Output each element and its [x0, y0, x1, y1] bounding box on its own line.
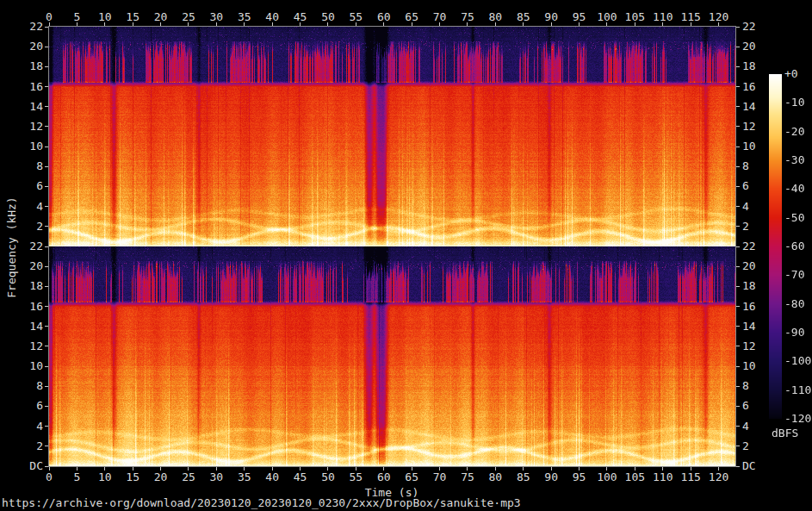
x-tick-label: 65 — [405, 471, 418, 483]
y-tick-label: 4 — [742, 421, 749, 433]
y-tick-label: 4 — [17, 421, 43, 433]
source-url-caption: https://archive·org/download/20230120_20… — [2, 497, 521, 509]
x-tick-label: 120 — [709, 11, 728, 23]
y-tick-label: 6 — [17, 400, 43, 412]
spectrogram-viewer: Frequency (kHz) 051015202530354045505560… — [0, 0, 812, 511]
x-tick-label: 30 — [210, 11, 224, 23]
y-tick-label: 14 — [17, 321, 43, 333]
y-tick-label: 22 — [17, 240, 43, 252]
y-tick-label: 8 — [17, 160, 43, 172]
y-tick — [736, 206, 740, 207]
x-tick-label: 15 — [126, 471, 139, 483]
x-tick-label: 95 — [573, 11, 586, 23]
x-tick-label: 60 — [377, 471, 391, 483]
y-tick — [45, 366, 48, 367]
y-tick-label: 2 — [742, 221, 749, 233]
y-tick-label: 12 — [17, 340, 43, 352]
y-tick — [736, 226, 740, 227]
colorbar-tick-label: -80 — [784, 298, 804, 310]
colorbar-tick-label: -90 — [784, 327, 804, 339]
y-tick-label: 18 — [742, 280, 756, 292]
y-tick — [736, 326, 740, 327]
y-tick — [736, 466, 740, 467]
y-tick-label: DC — [742, 460, 756, 472]
spectrogram-plot-area — [48, 26, 736, 467]
y-tick — [45, 86, 48, 87]
y-tick — [45, 406, 48, 407]
y-tick — [45, 106, 48, 107]
y-tick-label: 4 — [742, 201, 749, 213]
colorbar-tick-label: -50 — [784, 212, 804, 224]
y-tick — [45, 226, 48, 227]
y-tick-label: 16 — [17, 301, 43, 313]
y-tick-label: 6 — [742, 180, 749, 192]
x-tick-label: 120 — [709, 471, 728, 483]
y-tick-label: 16 — [742, 81, 756, 93]
y-tick — [45, 426, 48, 427]
y-tick-label: 22 — [17, 21, 43, 33]
y-tick — [45, 126, 48, 127]
x-tick-label: 5 — [73, 471, 80, 483]
y-tick — [736, 406, 740, 407]
x-tick-label: 45 — [294, 11, 307, 23]
y-tick — [736, 106, 740, 107]
y-tick — [736, 366, 740, 367]
colorbar-tick-label: -120 — [784, 413, 811, 425]
y-tick-label: 14 — [742, 101, 756, 113]
y-tick — [45, 446, 48, 446]
y-tick-label: 2 — [742, 440, 749, 452]
y-tick-label: 16 — [742, 301, 756, 313]
y-tick — [736, 47, 740, 47]
x-tick-label: 110 — [653, 11, 673, 23]
x-tick-label: 70 — [433, 11, 447, 23]
y-tick — [45, 27, 48, 28]
x-tick-label: 55 — [350, 11, 363, 23]
y-tick-label: 4 — [17, 201, 43, 213]
y-tick — [736, 186, 740, 187]
y-tick — [736, 386, 740, 387]
colorbar-tick-label: -20 — [784, 126, 804, 138]
y-tick — [736, 126, 740, 127]
y-tick — [45, 306, 48, 307]
spectrogram-channel-2 — [49, 246, 735, 466]
x-tick-label: 15 — [126, 11, 139, 23]
y-tick — [45, 386, 48, 387]
x-tick-label: 40 — [265, 11, 279, 23]
x-tick-label: 80 — [489, 471, 503, 483]
x-tick-label: 50 — [321, 11, 335, 23]
y-tick — [45, 326, 48, 327]
y-tick-label: 10 — [742, 140, 756, 153]
y-tick-label: 18 — [17, 60, 43, 72]
x-tick-label: 0 — [46, 471, 53, 483]
colorbar-tick-label: -110 — [784, 384, 811, 396]
y-tick — [45, 266, 48, 267]
x-tick-label: 25 — [182, 471, 195, 483]
x-tick-label: 75 — [461, 11, 474, 23]
x-tick-label: 55 — [350, 471, 363, 483]
colorbar-tick-label: -70 — [784, 269, 804, 281]
y-tick-label: 10 — [742, 360, 756, 372]
y-tick-label: 12 — [742, 340, 756, 352]
x-tick-label: 50 — [321, 471, 335, 483]
y-tick — [736, 166, 740, 167]
x-tick-label: 25 — [182, 11, 195, 23]
x-tick-label: 65 — [405, 11, 418, 23]
x-tick-label: 10 — [98, 471, 112, 483]
y-tick — [45, 146, 48, 147]
x-tick-label: 105 — [625, 471, 645, 483]
x-tick-label: 85 — [517, 471, 530, 483]
x-tick-label: 0 — [46, 11, 53, 23]
y-tick-label: 22 — [742, 240, 756, 252]
y-tick-label: 8 — [742, 380, 749, 392]
y-tick-label: 22 — [742, 21, 756, 33]
x-tick-label: 105 — [625, 11, 645, 23]
x-tick-label: 20 — [154, 471, 168, 483]
y-tick — [45, 466, 48, 467]
y-tick — [45, 186, 48, 187]
x-tick-label: 90 — [544, 11, 558, 23]
y-tick-label: 6 — [17, 180, 43, 192]
x-tick-label: 35 — [238, 471, 251, 483]
y-tick-label: 14 — [742, 321, 756, 333]
y-tick-label: 20 — [17, 41, 43, 53]
y-tick-label: 20 — [742, 41, 756, 53]
